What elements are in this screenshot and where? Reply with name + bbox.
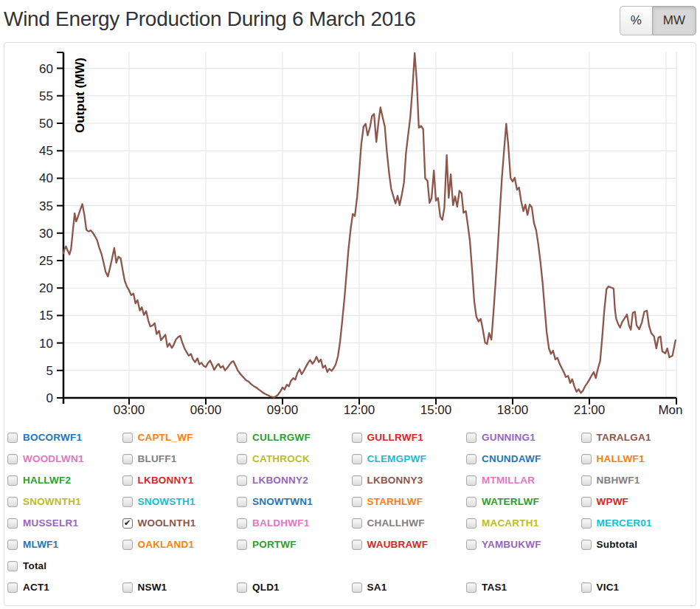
gullrwf1-checkbox[interactable] xyxy=(352,433,362,443)
legend-item-sa1[interactable]: SA1 xyxy=(352,582,467,593)
legend-item-snownth1[interactable]: SNOWNTH1 xyxy=(7,496,122,507)
legend-item-captl_wf[interactable]: CAPTL_WF xyxy=(122,432,238,443)
mercer01-checkbox[interactable] xyxy=(581,518,592,529)
cullrgwf-checkbox[interactable] xyxy=(237,433,247,443)
legend-item-starhlwf[interactable]: STARHLWF xyxy=(352,496,467,507)
legend-label: NSW1 xyxy=(138,582,167,593)
legend-item-yambukwf[interactable]: YAMBUKWF xyxy=(466,539,581,550)
legend-item-macarth1[interactable]: MACARTH1 xyxy=(466,517,581,529)
oakland1-checkbox[interactable] xyxy=(122,540,133,550)
sa1-checkbox[interactable] xyxy=(352,582,362,593)
nsw1-checkbox[interactable] xyxy=(122,582,133,593)
legend-item-act1[interactable]: ACT1 xyxy=(7,582,122,593)
legend-item-vic1[interactable]: VIC1 xyxy=(581,582,696,593)
legend-item-snowsth1[interactable]: SNOWSTH1 xyxy=(122,496,238,507)
legend-item-nsw1[interactable]: NSW1 xyxy=(122,582,238,593)
musselr1-checkbox[interactable] xyxy=(7,518,18,529)
legend-item-lkbonny1[interactable]: LKBONNY1 xyxy=(122,475,238,486)
legend-label: LKBONNY3 xyxy=(367,475,423,486)
hallwf2-checkbox[interactable] xyxy=(7,475,18,486)
woolnth1-checkbox[interactable]: ✔ xyxy=(122,518,133,529)
legend-row: Total xyxy=(7,555,696,577)
legend-item-woolnth1[interactable]: ✔WOOLNTH1 xyxy=(122,517,238,529)
act1-checkbox[interactable] xyxy=(7,582,18,593)
baldhwf1-checkbox[interactable] xyxy=(237,518,247,529)
legend-item-qld1[interactable]: QLD1 xyxy=(237,582,352,593)
legend-item-bocorwf1[interactable]: BOCORWF1 xyxy=(7,432,122,443)
cathrock-checkbox[interactable] xyxy=(237,454,247,464)
legend-item-woodlwn1[interactable]: WOODLWN1 xyxy=(7,453,122,464)
legend-item-cullrgwf[interactable]: CULLRGWF xyxy=(237,432,352,443)
legend-label: NBHWF1 xyxy=(597,475,640,486)
x-tick-label: 21:00 xyxy=(574,403,606,417)
legend-item-snowtwn1[interactable]: SNOWTWN1 xyxy=(237,496,352,507)
cnundawf-checkbox[interactable] xyxy=(466,454,477,464)
legend-item-lkbonny2[interactable]: LKBONNY2 xyxy=(237,475,352,486)
legend-item-waterlwf[interactable]: WATERLWF xyxy=(466,496,581,507)
clemgpwf-checkbox[interactable] xyxy=(352,454,362,464)
legend-item-bluff1[interactable]: BLUFF1 xyxy=(122,453,238,464)
legend-label: LKBONNY2 xyxy=(252,475,308,486)
legend-item-cathrock[interactable]: CATHROCK xyxy=(237,453,352,464)
waubrawf-checkbox[interactable] xyxy=(352,540,362,550)
qld1-checkbox[interactable] xyxy=(237,582,247,593)
legend-item-musselr1[interactable]: MUSSELR1 xyxy=(7,517,122,529)
vic1-checkbox[interactable] xyxy=(581,582,592,593)
wpwf-checkbox[interactable] xyxy=(581,497,592,507)
legend-item-taralga1[interactable]: TARALGA1 xyxy=(581,432,696,443)
gunning1-checkbox[interactable] xyxy=(466,433,477,443)
legend-label: VIC1 xyxy=(597,582,620,593)
lkbonny1-checkbox[interactable] xyxy=(122,475,133,486)
legend-item-total[interactable]: Total xyxy=(7,560,128,571)
legend-item-challhwf[interactable]: CHALLHWF xyxy=(352,517,467,529)
mlwf1-checkbox[interactable] xyxy=(7,540,18,550)
legend-item-wpwf[interactable]: WPWF xyxy=(581,496,696,507)
nbhwf1-checkbox[interactable] xyxy=(581,475,592,486)
mtmillar-checkbox[interactable] xyxy=(466,475,477,486)
total-checkbox[interactable] xyxy=(7,561,18,571)
subtotal-checkbox[interactable] xyxy=(581,540,592,550)
legend-item-hallwf1[interactable]: HALLWF1 xyxy=(581,453,696,464)
legend-item-mlwf1[interactable]: MLWF1 xyxy=(7,539,122,550)
snownth1-checkbox[interactable] xyxy=(7,497,18,507)
legend-label: SNOWTWN1 xyxy=(252,496,313,507)
hallwf1-checkbox[interactable] xyxy=(581,454,592,464)
legend-label: MACARTH1 xyxy=(482,517,538,529)
taralga1-checkbox[interactable] xyxy=(581,433,592,443)
macarth1-checkbox[interactable] xyxy=(466,518,477,529)
snowtwn1-checkbox[interactable] xyxy=(237,497,247,507)
bocorwf1-checkbox[interactable] xyxy=(7,433,18,443)
starhlwf-checkbox[interactable] xyxy=(352,497,362,507)
woodlwn1-checkbox[interactable] xyxy=(7,454,18,464)
lkbonny3-checkbox[interactable] xyxy=(352,475,362,486)
legend-item-clemgpwf[interactable]: CLEMGPWF xyxy=(352,453,467,464)
y-tick-label: 15 xyxy=(39,309,53,323)
yambukwf-checkbox[interactable] xyxy=(466,540,477,550)
legend-item-subtotal[interactable]: Subtotal xyxy=(581,539,696,550)
legend-item-waubrawf[interactable]: WAUBRAWF xyxy=(352,539,467,550)
legend-item-gullrwf1[interactable]: GULLRWF1 xyxy=(352,432,467,443)
legend-item-cnundawf[interactable]: CNUNDAWF xyxy=(466,453,581,464)
legend-item-mercer01[interactable]: MERCER01 xyxy=(581,517,696,529)
legend-item-mtmillar[interactable]: MTMILLAR xyxy=(466,475,581,486)
legend-item-tas1[interactable]: TAS1 xyxy=(466,582,581,593)
legend-item-gunning1[interactable]: GUNNING1 xyxy=(466,432,581,443)
legend-item-lkbonny3[interactable]: LKBONNY3 xyxy=(352,475,467,486)
x-tick-label: 18:00 xyxy=(497,403,529,417)
legend-item-baldhwf1[interactable]: BALDHWF1 xyxy=(237,517,352,529)
lkbonny2-checkbox[interactable] xyxy=(237,475,247,486)
bluff1-checkbox[interactable] xyxy=(122,454,133,464)
mw-unit-button[interactable]: MW xyxy=(652,6,696,35)
legend-item-portwf[interactable]: PORTWF xyxy=(237,539,352,550)
page-title: Wind Energy Production During 6 March 20… xyxy=(4,0,696,31)
legend-item-hallwf2[interactable]: HALLWF2 xyxy=(7,475,122,486)
legend-item-oakland1[interactable]: OAKLAND1 xyxy=(122,539,238,550)
legend-item-nbhwf1[interactable]: NBHWF1 xyxy=(581,475,696,486)
snowsth1-checkbox[interactable] xyxy=(122,497,133,507)
captl_wf-checkbox[interactable] xyxy=(122,433,133,443)
waterlwf-checkbox[interactable] xyxy=(466,497,477,507)
challhwf-checkbox[interactable] xyxy=(352,518,362,529)
tas1-checkbox[interactable] xyxy=(466,582,477,593)
percent-unit-button[interactable]: % xyxy=(620,6,652,35)
portwf-checkbox[interactable] xyxy=(237,540,247,550)
